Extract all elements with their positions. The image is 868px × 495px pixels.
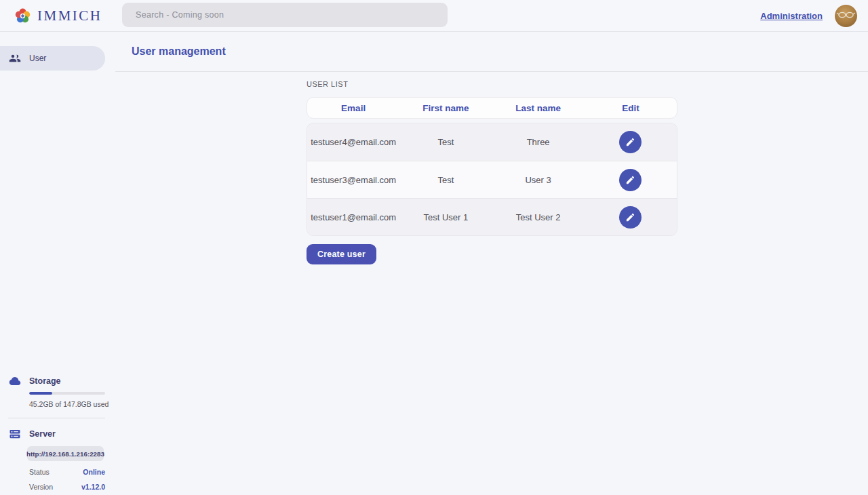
server-icon [9,428,21,440]
server-section: Server [0,428,115,440]
cell-first-name: Test User 1 [399,212,492,222]
version-label: Version [29,483,53,491]
column-header-edit: Edit [585,103,677,113]
server-version-row: Version v1.12.0 [29,483,105,491]
immich-flower-icon [14,7,32,25]
edit-user-button[interactable] [619,206,642,229]
table-row: testuser4@email.com Test Three [307,123,677,161]
page-title: User management [132,45,226,58]
app-logo[interactable]: IMMICH [14,7,102,25]
cloud-icon [9,375,21,387]
cell-last-name: User 3 [492,175,585,185]
top-bar: IMMICH Administration [0,0,868,32]
cell-first-name: Test [399,137,492,147]
user-list-section: USER LIST Email First name Last name Edi… [115,72,868,264]
main-panel: User management USER LIST Email First na… [115,32,868,495]
sidebar: User Storage 45.2GB of 147.8GB used [0,32,115,495]
server-status-row: Status Online [29,468,105,476]
cell-last-name: Test User 2 [492,212,585,222]
sidebar-item-users[interactable]: User [0,46,105,71]
cell-last-name: Three [492,137,585,147]
storage-usage-text: 45.2GB of 147.8GB used [29,400,115,408]
pencil-icon [625,212,635,222]
edit-user-button[interactable] [619,169,642,191]
pencil-icon [625,175,635,185]
page-header: User management [115,32,868,72]
search-input[interactable] [122,3,448,27]
column-header-email: Email [307,103,399,113]
storage-title: Storage [29,376,61,386]
avatar[interactable] [835,5,857,27]
table-row: testuser3@email.com Test User 3 [307,161,677,198]
pencil-icon [625,137,635,147]
user-table: Email First name Last name Edit testuser… [307,97,677,236]
storage-section: Storage [0,375,115,387]
app-title: IMMICH [37,7,102,24]
sidebar-item-label: User [29,54,46,63]
version-value: v1.12.0 [81,483,105,491]
status-label: Status [29,468,50,476]
cell-first-name: Test [399,175,492,185]
cell-email: testuser3@email.com [307,175,399,185]
section-label: USER LIST [307,80,868,88]
table-row: testuser1@email.com Test User 1 Test Use… [307,198,677,235]
create-user-button[interactable]: Create user [307,244,376,264]
avatar-glasses-icon [835,5,857,27]
column-header-last-name: Last name [492,103,585,113]
column-header-first-name: First name [399,103,492,113]
edit-user-button[interactable] [619,131,642,153]
immich-app: IMMICH Administration U [0,0,868,495]
cell-email: testuser4@email.com [307,137,399,147]
administration-link[interactable]: Administration [760,11,823,21]
cell-email: testuser1@email.com [307,212,399,222]
user-table-header: Email First name Last name Edit [307,97,677,119]
storage-progress-bar [29,392,105,395]
user-table-body: testuser4@email.com Test Three testuser3… [307,123,677,236]
server-url-badge: http://192.168.1.216:2283 [27,446,104,461]
users-icon [9,52,21,64]
sidebar-footer: Storage 45.2GB of 147.8GB used [0,375,115,491]
sidebar-divider [8,418,105,418]
status-value: Online [83,468,105,476]
storage-progress-fill [29,392,52,395]
server-title: Server [29,429,56,439]
